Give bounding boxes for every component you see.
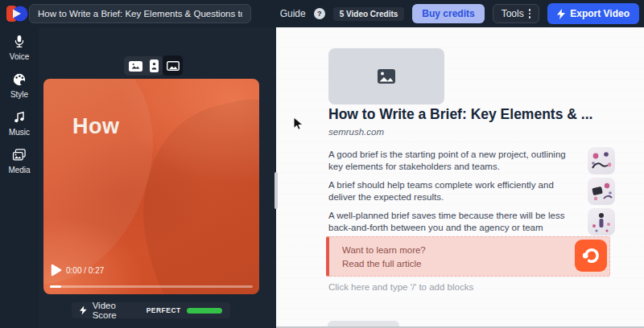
aspect-ratio-square-button[interactable] (163, 55, 183, 76)
article-source[interactable]: semrush.com (328, 127, 384, 137)
guide-label[interactable]: Guide (280, 8, 306, 19)
lightning-icon (80, 305, 87, 315)
video-score-label: Video Score (93, 301, 141, 320)
aspect-ratio-portrait-button[interactable] (150, 59, 159, 72)
scene-block[interactable]: A brief should help teams complete work … (328, 178, 615, 205)
video-editor-app: Guide ? 5 Video Credits Buy credits Tool… (0, 0, 644, 328)
playback-time: 0:00 / 0:27 (66, 266, 104, 275)
semrush-logo-icon[interactable] (575, 240, 607, 272)
scrollbar-thumb[interactable] (275, 172, 278, 209)
sidebar-item-label: Media (8, 166, 30, 174)
article-image-placeholder[interactable] (328, 48, 444, 105)
tools-button[interactable]: Tools (493, 4, 540, 23)
next-block-placeholder (328, 321, 399, 326)
sidebar-item-label: Music (9, 128, 30, 137)
image-placeholder-icon (377, 68, 396, 84)
topbar-actions: Guide ? 5 Video Credits Buy credits Tool… (280, 0, 639, 27)
sidebar-item-label: Style (10, 90, 28, 99)
music-note-icon (11, 109, 27, 125)
buy-credits-button[interactable]: Buy credits (412, 4, 484, 23)
selected-image-icon (167, 61, 180, 71)
play-button[interactable] (50, 264, 63, 277)
video-score-pill[interactable]: Video Score PERFECT (72, 302, 230, 318)
export-video-label: Export Video (570, 8, 630, 19)
storyboard-panel: How to Write a Brief: Key Elements & ...… (276, 27, 644, 328)
tools-button-label: Tools (502, 8, 524, 19)
scene-text[interactable]: A brief should help teams complete work … (328, 178, 576, 203)
aspect-ratio-group (124, 56, 163, 76)
video-credits-badge: 5 Video Credits (333, 7, 405, 21)
vertical-ellipsis-icon (529, 9, 531, 18)
microphone-icon (11, 34, 27, 50)
sidebar-item-label: Voice (10, 52, 29, 61)
scene-thumbnail[interactable] (588, 208, 615, 236)
sidebar-item-music[interactable]: Music (0, 105, 39, 141)
sidebar-item-media[interactable]: Media (0, 142, 39, 178)
callout-line-1: Want to learn more? (342, 244, 609, 257)
media-icon (11, 147, 27, 163)
portrait-person-icon (151, 62, 157, 70)
help-icon[interactable]: ? (314, 8, 325, 19)
video-progress-bar[interactable] (50, 285, 253, 288)
add-blocks-hint[interactable]: Click here and type '/' to add blocks (328, 282, 473, 292)
video-caption-text: How (72, 114, 120, 139)
scene-thumbnail[interactable] (588, 178, 615, 205)
app-logo-icon[interactable] (6, 4, 28, 23)
lightning-icon (557, 9, 565, 19)
aspect-ratio-landscape-button[interactable] (129, 61, 142, 72)
scene-text[interactable]: A good brief is the starting point of a … (328, 147, 576, 173)
export-video-button[interactable]: Export Video (547, 3, 639, 24)
scene-thumbnail[interactable] (588, 147, 615, 174)
video-score-rating: PERFECT (147, 306, 181, 314)
top-bar: Guide ? 5 Video Credits Buy credits Tool… (0, 0, 644, 27)
landscape-image-icon (131, 63, 140, 69)
video-progress-fill (50, 285, 61, 288)
scene-list: A good brief is the starting point of a … (328, 147, 615, 249)
left-sidebar: Voice Style Music (0, 27, 39, 328)
sidebar-item-style[interactable]: Style (0, 67, 39, 103)
article-title[interactable]: How to Write a Brief: Key Elements & ... (328, 106, 644, 123)
sidebar-item-voice[interactable]: Voice (0, 29, 39, 65)
learn-more-callout[interactable]: Want to learn more? Read the full articl… (326, 236, 610, 277)
video-preview[interactable]: How 0:00 / 0:27 (43, 79, 259, 294)
callout-line-2[interactable]: Read the full article (342, 257, 609, 271)
scene-block[interactable]: A good brief is the starting point of a … (328, 147, 615, 174)
palette-icon (11, 72, 27, 88)
project-title-input[interactable] (29, 4, 251, 23)
video-score-meter (187, 308, 222, 314)
